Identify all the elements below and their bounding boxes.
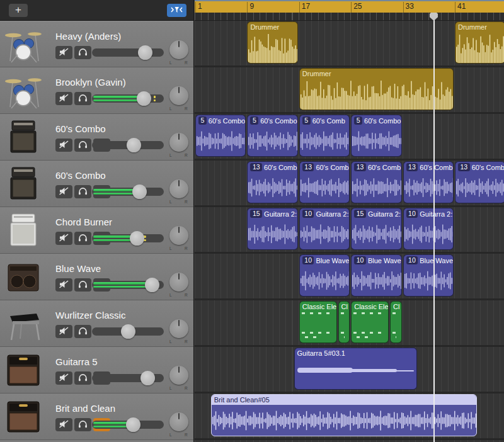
headphones-button[interactable]	[74, 139, 91, 152]
headphones-button[interactable]	[74, 185, 91, 198]
headphones-button[interactable]	[74, 278, 91, 292]
track-header-row[interactable]: Brit and CleanLR	[0, 394, 193, 440]
pan-knob[interactable]	[169, 273, 188, 292]
region-audio[interactable]: 560's Combo	[247, 115, 297, 157]
headphones-button[interactable]	[74, 92, 91, 105]
region-audio[interactable]: 1360's Comb	[247, 161, 297, 203]
volume-slider[interactable]	[92, 234, 164, 242]
mute-button[interactable]	[55, 418, 72, 431]
mute-button[interactable]	[55, 185, 72, 198]
pan-right-label: R	[185, 246, 188, 251]
mute-button[interactable]	[55, 325, 72, 338]
headphones-button[interactable]	[74, 46, 91, 59]
track-header-panel: + Heavy (Anders)LRBrooklyn (Gavin)LR60's…	[0, 0, 194, 442]
region-audio[interactable]: 1360's Comb	[455, 161, 504, 203]
region-audio[interactable]: Drummer	[247, 21, 297, 64]
region-audio[interactable]: 10Blue Wave:	[403, 254, 454, 297]
volume-slider[interactable]	[92, 421, 164, 429]
waveform-graphic	[455, 177, 504, 198]
track-header-row[interactable]: Wurlitzer ClassicLR	[0, 300, 193, 347]
pan-knob[interactable]	[169, 226, 188, 245]
region-waveform	[404, 224, 453, 245]
region-audio[interactable]: 10Guitarra 2:	[403, 208, 454, 250]
volume-slider[interactable]	[92, 48, 164, 57]
track-header-row[interactable]: Heavy (Anders)LR	[0, 21, 193, 67]
region-name-text: 60's Comb	[472, 164, 504, 171]
add-track-button[interactable]: +	[9, 4, 28, 17]
track-header-row[interactable]: Blue WaveLR	[0, 254, 193, 300]
mute-button[interactable]	[55, 139, 72, 152]
region-midi[interactable]: Classic Ele	[351, 301, 389, 343]
track-header-row[interactable]: Brooklyn (Gavin)LR	[0, 67, 193, 114]
region-audio[interactable]: 560's Combo	[351, 115, 401, 157]
mute-button[interactable]	[55, 278, 72, 292]
headphones-button[interactable]	[74, 418, 91, 431]
pan-right-label: R	[185, 60, 188, 65]
headphones-icon	[78, 233, 88, 244]
region-name-text: Blue Wave	[316, 257, 349, 264]
headphones-button[interactable]	[74, 371, 91, 385]
region-midi-notes	[396, 336, 396, 338]
track-lane: 1360's Comb1360's Comb1360's Comb1360's …	[195, 161, 504, 207]
region-midi[interactable]: Cl	[390, 301, 402, 343]
region-audio[interactable]: 15Guitarra 2:	[351, 208, 401, 250]
headphones-button[interactable]	[74, 325, 91, 338]
region-audio[interactable]: 10Guitarra 2:	[299, 208, 350, 250]
region-midi[interactable]: Cl	[338, 301, 350, 343]
meter-level-green	[93, 235, 135, 238]
pan-right-label: R	[185, 433, 188, 437]
volume-knob[interactable]	[130, 231, 144, 246]
volume-slider[interactable]	[92, 141, 164, 149]
region-audio[interactable]: Drummer	[455, 21, 504, 64]
region-name-label: 10Blue Wave	[300, 255, 349, 264]
volume-slider[interactable]	[92, 281, 164, 289]
volume-knob[interactable]	[127, 138, 141, 152]
waveform-graphic	[404, 270, 454, 292]
volume-knob[interactable]	[126, 417, 140, 432]
region-audio[interactable]: Guitarra 5#03.1	[294, 348, 418, 390]
volume-slider[interactable]	[92, 188, 164, 196]
volume-knob[interactable]	[138, 45, 152, 60]
headphones-icon	[78, 93, 88, 105]
region-audio[interactable]: Drummer	[299, 68, 454, 110]
pan-knob[interactable]	[169, 319, 188, 338]
mute-button[interactable]	[55, 371, 72, 385]
region-midi-notes	[392, 312, 399, 314]
volume-slider[interactable]	[92, 327, 164, 336]
region-audio[interactable]: 560's Comb	[299, 115, 350, 157]
volume-slider[interactable]	[92, 94, 164, 103]
volume-knob[interactable]	[137, 91, 151, 106]
region-audio[interactable]: Brit and Clean#05	[211, 394, 477, 436]
pan-knob[interactable]	[169, 179, 188, 198]
region-midi[interactable]: Classic Ele	[299, 301, 337, 343]
region-audio[interactable]: 1360's Comb	[403, 161, 454, 203]
volume-knob[interactable]	[132, 184, 147, 199]
pan-knob[interactable]	[169, 133, 188, 152]
track-header-row[interactable]: 60's ComboLR	[0, 161, 193, 207]
headphones-button[interactable]	[74, 232, 91, 245]
region-audio[interactable]: 560's Combo	[195, 115, 246, 157]
mute-button[interactable]	[55, 92, 72, 105]
region-audio[interactable]: 15Guitarra 2:	[247, 208, 297, 250]
volume-knob[interactable]	[140, 371, 155, 385]
track-filter-button[interactable]	[167, 4, 186, 17]
ruler-cycle-strip[interactable]: 1917253341	[195, 1, 504, 13]
region-audio[interactable]: 1360's Comb	[299, 161, 350, 203]
track-header-row[interactable]: 60's ComboLR	[0, 114, 193, 161]
pan-knob[interactable]	[169, 40, 188, 59]
track-header-row[interactable]: Guitarra 5LR	[0, 347, 193, 394]
region-audio[interactable]: 10Blue Wave:	[351, 254, 401, 297]
pan-knob[interactable]	[169, 366, 188, 385]
track-header-row[interactable]: Chord BurnerLR	[0, 207, 193, 254]
region-audio[interactable]: 10Blue Wave	[299, 254, 350, 297]
volume-knob[interactable]	[145, 278, 159, 292]
mute-button[interactable]	[55, 46, 72, 59]
mute-button[interactable]	[55, 232, 72, 245]
ruler-tick-strip[interactable]	[195, 13, 504, 21]
volume-knob[interactable]	[121, 324, 135, 339]
region-audio[interactable]: 1360's Comb	[351, 161, 401, 203]
pan-knob[interactable]	[169, 412, 188, 431]
ruler-bar-number: 1	[195, 2, 202, 13]
pan-knob[interactable]	[169, 86, 188, 105]
volume-slider[interactable]	[92, 374, 164, 382]
